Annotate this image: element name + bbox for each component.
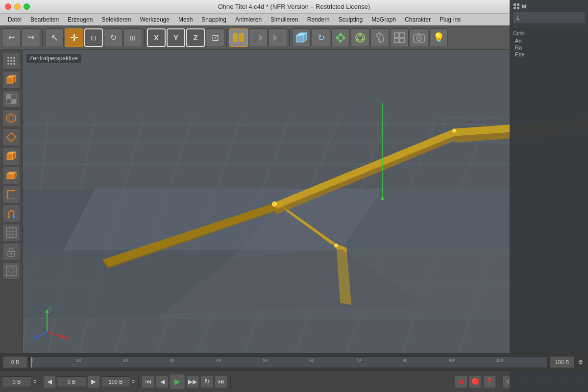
menu-simulieren[interactable]: Simulieren [267,15,302,24]
loop-button[interactable]: ↻ [200,375,213,388]
box-tool[interactable] [2,147,20,165]
light-button[interactable]: 💡 [429,28,448,47]
timeline-bar[interactable]: 0 10 20 30 40 50 60 70 80 90 100 [29,356,548,368]
minimize-button[interactable] [14,3,21,10]
svg-rect-5 [278,33,283,42]
close-button[interactable] [5,3,11,10]
view-group: ↻ 💡 [292,28,448,47]
menu-plugins[interactable]: Plug-ins [436,15,465,24]
svg-point-16 [356,39,358,41]
menu-mograph[interactable]: MoGraph [368,15,400,24]
separator [40,374,40,389]
auto-key-btn[interactable]: 🔴 [469,375,482,388]
svg-point-30 [7,60,9,62]
go-start-button[interactable]: ⏮ [142,375,154,388]
play-all-button[interactable] [229,28,248,47]
separator-4 [289,29,290,47]
current-frame-input[interactable]: 0 B [2,376,31,387]
start-frame-next[interactable]: ▶ [87,375,100,388]
scale-tool[interactable]: ⊡ [84,28,103,47]
svg-rect-115 [517,3,519,6]
ortho-button[interactable] [390,28,409,47]
feather-button[interactable] [370,28,389,47]
go-end-button[interactable]: ⏭ [215,375,227,388]
svg-rect-1 [239,33,244,42]
dots-button[interactable] [2,52,20,70]
redo-button[interactable]: ↪ [22,28,40,47]
play-button[interactable] [249,28,268,47]
timeline-frame-display: 0 B [3,356,27,368]
menu-charakter[interactable]: Charakter [401,15,435,24]
corner-tool[interactable] [2,186,20,203]
grid-icon [513,3,520,10]
menu-mesh[interactable]: Mesh [174,15,196,24]
frame-stepper[interactable] [575,356,586,368]
svg-rect-48 [7,174,14,179]
menu-bearbeiten[interactable]: Bearbeiten [26,15,63,24]
traffic-lights [5,3,30,10]
menu-erzeugen[interactable]: Erzeugen [64,15,97,24]
options-label: Optio [513,31,585,36]
sculpt-button[interactable] [351,28,369,47]
magnet-tool[interactable] [2,205,20,222]
help-btn[interactable]: ❓ [483,375,496,388]
menu-selektieren[interactable]: Selektieren [98,15,135,24]
box2-tool[interactable] [2,167,20,184]
rotate-tool[interactable]: ↻ [104,28,122,47]
3d-canvas[interactable]: Zentralperspektive Y X Z [23,50,588,353]
hexgrid-tool[interactable] [2,109,20,127]
undo-redo-group: ↩ ↪ [2,28,40,47]
viewport[interactable]: Ansicht Kameras Darstellung Optionen Fil… [23,50,588,353]
select-tool[interactable]: ↖ [45,28,64,47]
viewport-label: Zentralperspektive [26,54,81,63]
play-button[interactable]: ▶ [170,374,185,389]
transform-tool[interactable]: ⊞ [123,28,142,47]
y-axis-button[interactable]: Y [167,28,185,47]
play-fwd-button[interactable]: ▶▶ [186,375,199,388]
window-title: Ohne Titel 4.c4d * (NFR Version – Restri… [218,3,370,10]
menubar: Datei Bearbeiten Erzeugen Selektieren We… [0,14,588,25]
lock-tool[interactable] [2,243,20,261]
separator3 [230,374,231,389]
view-cube-button[interactable] [292,28,311,47]
maximize-button[interactable] [24,3,30,10]
option-1[interactable]: An [513,37,585,44]
end-frame[interactable]: 100 B [101,376,130,387]
menu-werkzeuge[interactable]: Werkzeuge [136,15,173,24]
separator2 [138,374,139,389]
svg-rect-54 [6,228,16,238]
play-rev-button[interactable]: ◀ [156,375,169,388]
menu-rendern[interactable]: Rendern [303,15,334,24]
menu-sculpting[interactable]: Sculpting [335,15,367,24]
loop-button[interactable] [269,28,287,47]
option-3[interactable]: Ebe [513,51,585,58]
menu-animieren[interactable]: Animieren [231,15,266,24]
t-num-0: 0 [31,358,33,363]
hexgrid2-tool[interactable] [2,262,20,280]
view-move-button[interactable] [331,28,350,47]
coord-button[interactable]: ⊡ [206,28,224,47]
start-frame-prev[interactable]: ◀ [43,375,56,388]
cube-tool[interactable] [2,71,20,89]
menu-datei[interactable]: Datei [4,15,25,24]
checkerboard-tool[interactable] [2,90,20,108]
camera-button[interactable] [410,28,428,47]
menu-snapping[interactable]: Snapping [197,15,230,24]
grid-tool[interactable] [2,224,20,242]
start-frame[interactable]: 0 B [57,376,86,387]
right-panel-item[interactable]: L [513,12,585,24]
svg-marker-12 [343,35,346,40]
move-tool[interactable]: ✛ [65,28,83,47]
svg-point-100 [272,201,277,207]
option-2[interactable]: Ra [513,44,585,51]
svg-rect-19 [394,33,399,37]
svg-point-33 [7,63,9,65]
t-num-40: 40 [216,358,221,363]
t-num-10: 10 [76,358,81,363]
x-axis-button[interactable]: X [147,28,166,47]
record-btn[interactable]: ⏺ [455,375,467,388]
view-rotate-button[interactable]: ↻ [312,28,330,47]
z-axis-button[interactable]: Z [186,28,205,47]
diamond-tool[interactable] [2,128,20,146]
undo-button[interactable]: ↩ [2,28,21,47]
